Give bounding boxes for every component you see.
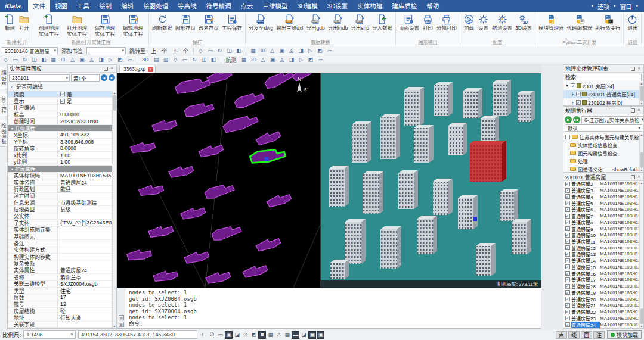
menu-item[interactable]: 等高线 <box>173 0 202 12</box>
status-toggle-icon[interactable]: ∟ <box>200 331 208 339</box>
property-value[interactable] <box>58 193 112 199</box>
property-value[interactable] <box>58 213 112 219</box>
property-row[interactable]: 复杂关系 <box>8 260 112 267</box>
map-2d-view[interactable]: N 8° <box>117 73 321 288</box>
toolbar-icon[interactable]: ◩ <box>116 56 124 63</box>
value-checkbox[interactable]: ✓ <box>60 92 65 96</box>
status-toggle-icon[interactable]: ◪ <box>300 331 308 339</box>
entity-checkbox[interactable]: ✓ <box>565 226 570 231</box>
entity-checkbox[interactable]: ✓ <box>565 182 570 186</box>
property-row[interactable]: 实体构建方式 <box>8 247 112 254</box>
toolbar-icon[interactable]: ▷ <box>298 56 305 63</box>
toolbar-icon[interactable]: ⊞ <box>250 56 258 63</box>
scrollbar-vertical[interactable]: ▲▼ <box>639 133 643 172</box>
toolbar-icon[interactable]: ▥ <box>162 56 170 63</box>
toolbar-button[interactable]: 航测 <box>224 56 239 64</box>
status-toggle-icon[interactable]: ⊙ <box>242 331 249 339</box>
ribbon-button-load-cursor[interactable]: 加载 <box>462 13 476 32</box>
next-entity-button[interactable]: ► <box>109 74 115 81</box>
menu-item[interactable]: 视图 <box>50 0 72 12</box>
status-toggle-icon[interactable]: ▣ <box>225 331 233 339</box>
status-toggle-icon[interactable]: ∅ <box>208 331 216 339</box>
chevron-down-icon[interactable]: ▾ <box>591 4 593 8</box>
entity-row[interactable]: ✓普通房屋24MA1001NE103H1535... <box>564 322 639 328</box>
menu-item[interactable]: 文件 <box>28 0 50 12</box>
command-log-icon[interactable]: ▦ <box>119 322 124 327</box>
entity-checkbox[interactable]: ✓ <box>565 194 570 199</box>
property-value[interactable]: 491,109.332 <box>58 132 112 138</box>
status-toggle-icon[interactable]: ▦ <box>267 331 274 339</box>
toolbar-combobox[interactable]: ▾ <box>86 47 126 54</box>
property-value[interactable]: 普通房屋24 <box>58 179 112 185</box>
rule-tree-node[interactable]: 江苏实体与图元构建关系检查 <box>564 133 639 141</box>
close-tab-icon[interactable]: × <box>148 67 153 72</box>
left-dock-tab[interactable]: 绘图面板 <box>0 120 8 147</box>
property-value[interactable] <box>58 260 112 266</box>
property-value[interactable]: 市县级基础测绘 <box>58 199 112 205</box>
module-load-button[interactable]: 模块加载 <box>607 330 642 339</box>
property-row[interactable]: 实体名称普通房屋24 <box>8 179 112 186</box>
entity-checkbox[interactable]: ✓ <box>565 233 570 238</box>
entity-row[interactable]: ✓普通房屋7MA1001NE103H1535... <box>564 213 639 220</box>
rule-profile-combobox[interactable]: 默认▾ <box>565 124 642 132</box>
toolbar-icon[interactable]: ◫ <box>225 47 233 54</box>
toolbar-icon[interactable]: ▱ <box>126 56 134 63</box>
entity-row[interactable]: ✓普通房屋4MA1001NE103H1535... <box>564 194 639 200</box>
scrollbar-vertical[interactable]: ▲▼ <box>112 91 116 328</box>
property-value[interactable]: 歙县 <box>58 186 112 192</box>
property-row[interactable]: Y坐标3,306,646.908 <box>8 139 112 145</box>
document-tab[interactable]: 3363.igxp × <box>119 65 156 73</box>
ribbon-button-printer[interactable]: 打印 <box>421 13 435 32</box>
close-icon[interactable]: × <box>636 108 642 113</box>
ribbon-button-gear-3d[interactable]: 3D3D设置 <box>514 13 533 32</box>
close-icon[interactable]: × <box>109 66 114 71</box>
menu-item[interactable]: 绘制 <box>94 0 116 12</box>
scale-combobox[interactable]: 1:1496▾ <box>23 330 76 339</box>
rule-set-combobox[interactable]: 6-江苏图元实体关系质检▾ <box>581 116 644 123</box>
selection-handle[interactable] <box>264 157 268 161</box>
entity-row[interactable]: ✓普通房屋13MA1001NE103H1535... <box>564 251 639 258</box>
entity-code-combobox[interactable]: 230101▾ <box>9 74 70 82</box>
ribbon-button-open-folder[interactable]: 打开 <box>17 13 31 32</box>
property-value[interactable]: 砼 <box>58 308 112 314</box>
selected-building-footprint[interactable] <box>249 147 286 165</box>
property-value[interactable]: 住宅 <box>58 288 112 294</box>
toolbar-icon[interactable]: ▷ <box>306 47 314 54</box>
rule-checkbox[interactable] <box>565 135 570 139</box>
property-row[interactable]: 旋转角度0.0000 <box>8 145 112 152</box>
ribbon-button-export-dwg[interactable]: DWG分发至dwg <box>247 13 274 32</box>
command-window[interactable]: ▤ ▦ nodes to select: 1get id: SXJZ0004.o… <box>117 288 541 329</box>
ribbon-button-disk-edit[interactable]: 编辑地理实体工程 <box>119 13 147 38</box>
geometry-mode-button[interactable]: 线 <box>568 331 580 339</box>
property-section-header[interactable]: ▾几何属性 <box>8 125 112 131</box>
scrollbar-vertical[interactable]: ▲▼ <box>639 181 643 328</box>
menu-item[interactable]: 3D设置 <box>323 0 352 12</box>
property-value[interactable]: 0.0000 <box>58 145 112 151</box>
entity-checkbox[interactable]: ✓ <box>565 284 570 289</box>
ribbon-button-export-gdb[interactable]: GDB导出gdb <box>305 13 326 32</box>
command-output[interactable]: nodes to select: 1get id: SXJZ0004.osgbn… <box>125 288 541 328</box>
layer-checkbox[interactable]: ✓ <box>571 83 575 88</box>
property-value[interactable] <box>58 233 112 239</box>
left-dock-tab[interactable]: 编码表 <box>0 67 8 89</box>
highlighted-red-building[interactable] <box>470 141 506 182</box>
left-dock-tab[interactable]: 3D工程 <box>0 93 8 117</box>
toolbar-icon[interactable]: ◨ <box>297 47 305 54</box>
float-panel-icon[interactable] <box>631 175 635 179</box>
status-toggle-icon[interactable]: ◪ <box>233 331 241 339</box>
toolbar-icon[interactable]: ⊞ <box>259 47 267 54</box>
property-row[interactable]: 构建实体的参数 <box>8 254 112 260</box>
rule-tree-node[interactable]: 图谱语义化——showRelationMap <box>564 165 639 173</box>
ribbon-button-disk[interactable]: 图形存盘 <box>174 13 197 32</box>
property-row[interactable]: 子实体{"FW_A":["{3C2043E0-2897-... <box>8 220 112 226</box>
entity-checkbox[interactable]: ✓ <box>565 188 570 193</box>
float-panel-icon[interactable] <box>631 108 635 113</box>
property-row[interactable]: 幢号12 <box>8 301 112 308</box>
status-toggle-icon[interactable]: ▭ <box>216 331 224 339</box>
scrollbar-vertical[interactable]: ▲▼ <box>639 82 643 105</box>
entity-row[interactable]: ✓普通房屋21MA1001NE103H1535... <box>564 302 639 309</box>
property-row[interactable]: ▾扩展属性 <box>8 166 112 172</box>
toolbar-icon[interactable]: ↻ <box>216 47 224 54</box>
toolbar-button[interactable]: 上一个 <box>149 47 169 55</box>
entity-row[interactable]: ✓普通房屋12MA1001NE103H1535... <box>564 245 639 251</box>
